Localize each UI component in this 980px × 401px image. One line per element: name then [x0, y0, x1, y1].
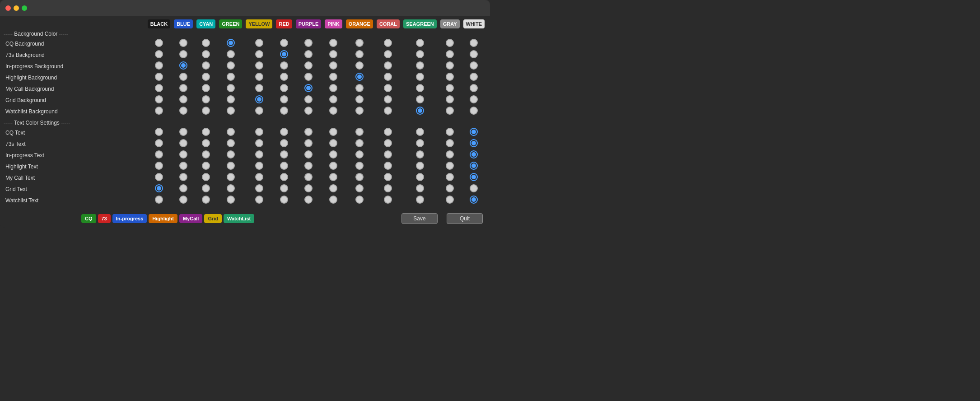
radio-seagreen[interactable] — [416, 150, 424, 159]
text-row-1-radio-seagreen[interactable] — [401, 138, 439, 149]
text-row-3-radio-seagreen[interactable] — [401, 161, 439, 172]
radio-blue[interactable] — [179, 150, 187, 159]
text-row-5-radio-blue[interactable] — [172, 183, 195, 195]
bg-row-3-radio-orange[interactable] — [344, 72, 375, 83]
bg-row-1-radio-seagreen[interactable] — [401, 49, 439, 61]
radio-green[interactable] — [227, 196, 235, 204]
radio-orange[interactable] — [355, 50, 364, 58]
radio-blue[interactable] — [179, 173, 187, 181]
radio-cyan[interactable] — [202, 173, 210, 181]
radio-purple[interactable] — [304, 128, 313, 136]
text-row-0-radio-red[interactable] — [274, 127, 294, 138]
radio-white[interactable] — [470, 39, 478, 47]
bg-row-5-radio-yellow[interactable] — [244, 94, 274, 106]
radio-seagreen[interactable] — [416, 173, 424, 181]
bg-row-2-radio-seagreen[interactable] — [401, 61, 439, 72]
radio-seagreen[interactable] — [416, 73, 424, 81]
bg-row-2-radio-blue[interactable] — [172, 61, 195, 72]
bg-row-2-radio-white[interactable] — [462, 61, 486, 72]
text-row-1-radio-black[interactable] — [146, 138, 173, 149]
text-row-2-radio-white[interactable] — [462, 149, 486, 161]
radio-cyan[interactable] — [202, 162, 210, 170]
radio-gray[interactable] — [446, 84, 454, 92]
bg-row-6-radio-white[interactable] — [462, 106, 486, 117]
radio-blue[interactable] — [179, 50, 187, 58]
radio-blue[interactable] — [179, 107, 187, 115]
radio-seagreen[interactable] — [416, 184, 424, 192]
text-row-2-radio-gray[interactable] — [439, 149, 462, 161]
radio-red[interactable] — [280, 61, 288, 70]
bg-row-4-radio-white[interactable] — [462, 83, 486, 94]
text-row-0-radio-white[interactable] — [462, 127, 486, 138]
radio-blue[interactable] — [179, 196, 187, 204]
radio-purple[interactable] — [304, 50, 313, 58]
text-row-6-radio-pink[interactable] — [323, 195, 344, 206]
radio-white[interactable] — [470, 128, 478, 136]
bg-row-3-radio-black[interactable] — [146, 72, 173, 83]
radio-white[interactable] — [470, 50, 478, 58]
text-row-0-radio-cyan[interactable] — [195, 127, 217, 138]
bg-row-0-radio-green[interactable] — [217, 38, 244, 49]
bg-row-6-radio-red[interactable] — [274, 106, 294, 117]
radio-orange[interactable] — [355, 107, 364, 115]
bg-row-0-radio-yellow[interactable] — [244, 38, 274, 49]
bg-row-5-radio-red[interactable] — [274, 94, 294, 106]
text-row-0-radio-black[interactable] — [146, 127, 173, 138]
radio-yellow[interactable] — [255, 139, 263, 147]
bg-row-3-radio-white[interactable] — [462, 72, 486, 83]
bg-row-3-radio-pink[interactable] — [323, 72, 344, 83]
radio-blue[interactable] — [179, 73, 187, 81]
radio-purple[interactable] — [304, 173, 313, 181]
radio-seagreen[interactable] — [416, 107, 424, 115]
bg-row-3-radio-coral[interactable] — [375, 72, 401, 83]
text-row-3-radio-blue[interactable] — [172, 161, 195, 172]
radio-green[interactable] — [227, 150, 235, 159]
text-row-3-radio-cyan[interactable] — [195, 161, 217, 172]
radio-gray[interactable] — [446, 150, 454, 159]
radio-seagreen[interactable] — [416, 162, 424, 170]
radio-red[interactable] — [280, 39, 288, 47]
radio-red[interactable] — [280, 107, 288, 115]
text-row-4-radio-black[interactable] — [146, 172, 173, 183]
radio-black[interactable] — [155, 84, 163, 92]
bg-row-3-radio-red[interactable] — [274, 72, 294, 83]
text-row-6-radio-orange[interactable] — [344, 195, 375, 206]
radio-pink[interactable] — [329, 184, 337, 192]
bg-row-2-radio-pink[interactable] — [323, 61, 344, 72]
radio-coral[interactable] — [384, 107, 392, 115]
text-row-4-radio-green[interactable] — [217, 172, 244, 183]
radio-black[interactable] — [155, 50, 163, 58]
text-row-2-radio-orange[interactable] — [344, 149, 375, 161]
text-row-1-radio-red[interactable] — [274, 138, 294, 149]
radio-cyan[interactable] — [202, 61, 210, 70]
radio-purple[interactable] — [304, 196, 313, 204]
bg-row-6-radio-purple[interactable] — [294, 106, 323, 117]
text-row-3-radio-red[interactable] — [274, 161, 294, 172]
text-row-3-radio-green[interactable] — [217, 161, 244, 172]
radio-gray[interactable] — [446, 173, 454, 181]
text-row-2-radio-green[interactable] — [217, 149, 244, 161]
save-button[interactable]: Save — [401, 213, 438, 224]
bg-row-6-radio-green[interactable] — [217, 106, 244, 117]
text-row-2-radio-seagreen[interactable] — [401, 149, 439, 161]
text-row-1-radio-purple[interactable] — [294, 138, 323, 149]
radio-cyan[interactable] — [202, 184, 210, 192]
quit-button[interactable]: Quit — [447, 213, 483, 224]
text-row-2-radio-purple[interactable] — [294, 149, 323, 161]
text-row-6-radio-purple[interactable] — [294, 195, 323, 206]
radio-black[interactable] — [155, 184, 163, 192]
radio-pink[interactable] — [329, 50, 337, 58]
radio-white[interactable] — [470, 61, 478, 70]
bg-row-0-radio-blue[interactable] — [172, 38, 195, 49]
radio-orange[interactable] — [355, 39, 364, 47]
radio-blue[interactable] — [179, 84, 187, 92]
bg-row-2-radio-purple[interactable] — [294, 61, 323, 72]
bg-row-5-radio-white[interactable] — [462, 94, 486, 106]
radio-yellow[interactable] — [255, 61, 263, 70]
radio-black[interactable] — [155, 150, 163, 159]
bg-row-4-radio-pink[interactable] — [323, 83, 344, 94]
radio-red[interactable] — [280, 50, 288, 58]
text-row-3-radio-black[interactable] — [146, 161, 173, 172]
text-row-0-radio-orange[interactable] — [344, 127, 375, 138]
text-row-1-radio-gray[interactable] — [439, 138, 462, 149]
